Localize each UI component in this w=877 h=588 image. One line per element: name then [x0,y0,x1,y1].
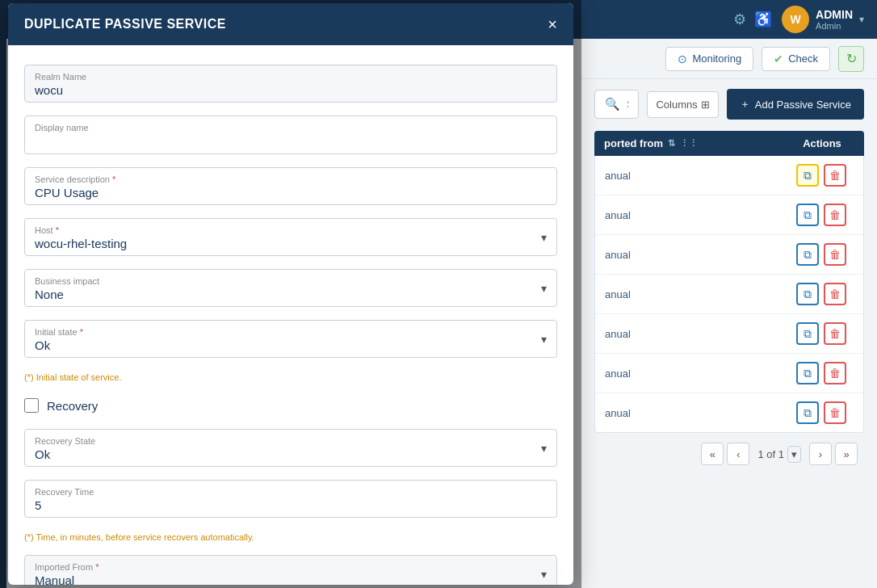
imported-from-dropdown-icon[interactable]: ▾ [541,568,547,581]
modal-header: DUPLICATE PASSIVE SERVICE × [8,3,573,45]
modal-close-button[interactable]: × [548,16,557,32]
business-impact-dropdown-icon[interactable]: ▾ [541,282,547,295]
cell-actions-1: ⧉ 🗑 [789,204,854,226]
copy-button-1[interactable]: ⧉ [796,204,819,226]
copy-button-0[interactable]: ⧉ [796,164,819,187]
search-row: 🔍 Columns ⊞ ＋ Add Passive Service [594,89,864,120]
copy-button-5[interactable]: ⧉ [796,362,819,384]
sort-icon[interactable]: ⇅ [668,138,675,149]
columns-icon: ⊞ [701,99,710,111]
search-input[interactable] [627,98,628,111]
table-row: anual ⧉ 🗑 [595,195,863,235]
modal-duplicate-service: DUPLICATE PASSIVE SERVICE × Realm Name w… [8,3,573,585]
admin-text: ADMIN Admin [816,8,853,31]
table-row: anual ⧉ 🗑 [595,314,863,354]
check-button[interactable]: ✔ Check [762,47,830,71]
required-star: * [112,174,115,184]
cell-actions-4: ⧉ 🗑 [789,322,854,345]
settings-icon[interactable]: ⚙ [733,10,746,28]
page-dropdown[interactable]: ▾ [787,446,801,463]
realm-name-value: wocu [35,83,547,97]
recovery-state-label: Recovery State [35,436,547,446]
table-row: anual ⧉ 🗑 [595,275,863,314]
monitoring-label: Monitoring [692,52,741,65]
monitoring-button[interactable]: ⊙ Monitoring [665,47,753,71]
copy-button-6[interactable]: ⧉ [796,401,819,424]
initial-state-dropdown-icon[interactable]: ▾ [541,333,547,346]
cell-imported-5: anual [605,368,789,380]
recovery-state-dropdown-icon[interactable]: ▾ [541,442,547,455]
host-dropdown-icon[interactable]: ▾ [541,231,547,244]
add-button-label: Add Passive Service [755,99,851,111]
copy-button-2[interactable]: ⧉ [796,243,819,266]
table-container: ported from ⇅ ⋮⋮ Actions anual ⧉ 🗑 anual… [594,131,864,433]
add-passive-service-button[interactable]: ＋ Add Passive Service [727,89,864,120]
modal-overlay: DUPLICATE PASSIVE SERVICE × Realm Name w… [0,0,581,588]
delete-button-5[interactable]: 🗑 [824,362,846,384]
columns-button[interactable]: Columns ⊞ [647,91,718,118]
imported-from-field: Imported From * Manual ▾ [24,555,557,585]
page-info-text: 1 of 1 [757,448,784,460]
business-impact-field: Business impact None ▾ [24,269,557,307]
imported-from-label: Imported From * [35,562,547,572]
accessibility-icon[interactable]: ♿ [754,10,772,28]
initial-state-value: Ok [35,338,547,352]
admin-avatar: W [782,6,809,33]
columns-label: Columns [656,99,697,111]
host-required-star: * [56,225,59,235]
next-page-button[interactable]: › [809,443,832,465]
cell-imported-4: anual [605,328,789,340]
search-box: 🔍 [594,90,639,119]
table-header: ported from ⇅ ⋮⋮ Actions [594,131,864,156]
recovery-time-field: Recovery Time 5 [24,480,557,518]
display-name-field: Display name [24,116,557,154]
pagination: « ‹ 1 of 1 ▾ › » [594,433,864,475]
business-impact-label: Business impact [35,276,547,286]
recovery-state-value: Ok [35,447,547,461]
page-info: 1 of 1 ▾ [753,446,806,463]
recovery-checkbox[interactable] [24,398,39,413]
initial-state-label: Initial state * [35,327,547,337]
cell-actions-0: ⧉ 🗑 [789,164,854,187]
col-actions: Actions [790,137,854,149]
delete-button-4[interactable]: 🗑 [824,322,846,345]
cell-imported-2: anual [605,249,789,261]
check-label: Check [788,52,818,65]
admin-caret-icon: ▾ [859,14,864,25]
delete-button-3[interactable]: 🗑 [824,283,846,305]
first-page-button[interactable]: « [701,443,724,465]
initial-state-hint: (*) Initial state of service. [24,372,557,382]
recovery-label[interactable]: Recovery [47,399,98,413]
host-label: Host * [35,225,547,235]
realm-name-field: Realm Name wocu [24,65,557,103]
cell-imported-6: anual [605,407,789,419]
recovery-time-label: Recovery Time [35,487,547,497]
admin-section[interactable]: W ADMIN Admin ▾ [782,6,864,33]
table-row: anual ⧉ 🗑 [595,354,863,393]
cell-imported-3: anual [605,288,789,300]
refresh-button[interactable]: ↻ [838,46,864,72]
delete-button-2[interactable]: 🗑 [824,243,846,266]
realm-name-label: Realm Name [35,72,547,82]
initial-state-required-star: * [80,327,83,337]
display-name-input[interactable] [35,134,547,148]
cell-imported-1: anual [605,209,789,221]
admin-role: Admin [816,21,853,31]
delete-button-0[interactable]: 🗑 [824,164,846,187]
delete-button-6[interactable]: 🗑 [824,401,846,424]
prev-page-button[interactable]: ‹ [727,443,749,465]
table-row: anual ⧉ 🗑 [595,393,863,432]
delete-button-1[interactable]: 🗑 [824,204,846,226]
recovery-checkbox-row: Recovery [24,395,557,416]
cell-actions-3: ⧉ 🗑 [789,283,854,305]
filter-icon[interactable]: ⋮⋮ [680,138,698,149]
monitoring-icon: ⊙ [678,52,687,65]
admin-name: ADMIN [816,8,853,21]
last-page-button[interactable]: » [835,443,858,465]
recovery-time-value: 5 [35,498,547,512]
cell-actions-6: ⧉ 🗑 [789,401,854,424]
copy-button-4[interactable]: ⧉ [796,322,819,345]
table-body: anual ⧉ 🗑 anual ⧉ 🗑 anual ⧉ 🗑 [594,156,864,433]
copy-button-3[interactable]: ⧉ [796,283,819,305]
table-row: anual ⧉ 🗑 [595,235,863,275]
